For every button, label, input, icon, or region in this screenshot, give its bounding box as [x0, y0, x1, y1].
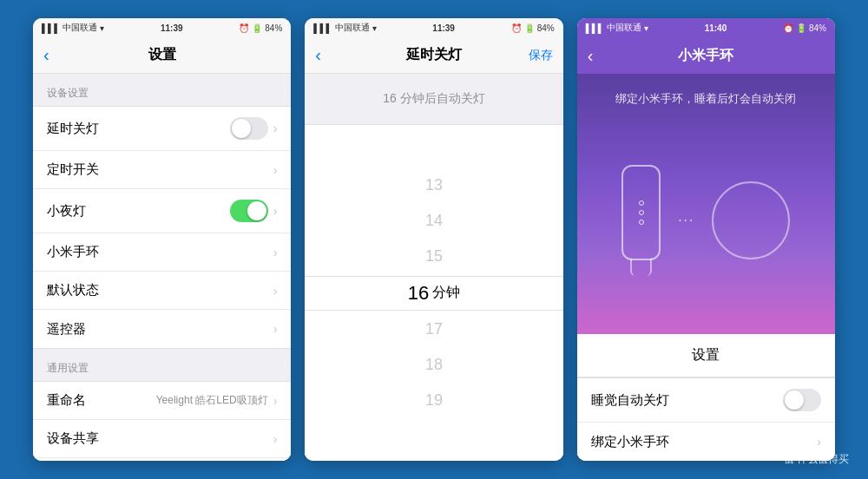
battery-pct-2: 84%: [537, 23, 555, 33]
wifi-icon-2: ▾: [372, 23, 377, 33]
alarm-icon-3: ⏰: [783, 23, 793, 33]
light-device: [712, 181, 790, 259]
toggle-nightlight[interactable]: [230, 200, 268, 222]
carrier-3: 中国联通: [607, 22, 641, 34]
chevron-icon: ›: [273, 284, 278, 298]
list-item[interactable]: 设备共享 ›: [33, 420, 291, 458]
list-item[interactable]: 小米手环 ›: [33, 233, 291, 272]
watermark: 值·什么值得买: [784, 452, 849, 467]
back-button-1[interactable]: ‹: [43, 45, 49, 65]
phone-miband: ▌▌▌ 中国联通 ▾ 11:40 ⏰ 🔋 84% ‹ 小米手环 绑定小米手环，睡…: [577, 18, 835, 461]
chevron-icon: ›: [273, 322, 278, 336]
list-item[interactable]: 检查固件升级 ›: [33, 458, 291, 461]
nav-bar-3: ‹ 小米手环: [577, 37, 835, 74]
status-bar-1: ▌▌▌ 中国联通 ▾ 11:39 ⏰ 🔋 84%: [33, 18, 291, 37]
chevron-icon: ›: [273, 121, 278, 135]
nav-bar-2: ‹ 延时关灯 保存: [305, 37, 562, 74]
chevron-icon: ›: [273, 432, 278, 446]
picker-unit: 分钟: [432, 284, 460, 302]
list-item[interactable]: 遥控器 ›: [33, 310, 291, 348]
miband-screen: 绑定小米手环，睡着后灯会自动关闭 ···: [577, 74, 835, 461]
chevron-icon: ›: [273, 246, 278, 259]
chevron-icon: ›: [817, 435, 821, 449]
picker-item[interactable]: 14: [305, 203, 562, 239]
battery-pct-3: 84%: [809, 23, 826, 33]
carrier-1: 中国联通: [62, 22, 97, 34]
back-button-2[interactable]: ‹: [315, 45, 321, 65]
status-bar-3: ▌▌▌ 中国联通 ▾ 11:40 ⏰ 🔋 84%: [577, 18, 835, 37]
status-bar-2: ▌▌▌ 中国联通 ▾ 11:39 ⏰ 🔋 84%: [305, 18, 562, 37]
chevron-icon: ›: [273, 204, 278, 218]
battery-icon-2: 🔋: [524, 23, 535, 33]
carrier-2: 中国联通: [335, 22, 370, 34]
dots-separator: ···: [678, 213, 694, 228]
list-item[interactable]: 默认状态 ›: [33, 272, 291, 310]
list-item[interactable]: 定时开关 ›: [33, 151, 291, 189]
picker-item[interactable]: 13: [305, 167, 562, 203]
settings-group-device: 延时关灯 › 定时开关 › 小夜灯: [33, 106, 291, 349]
settings-group-general: 重命名 Yeelight 皓石LED吸顶灯 › 设备共享 › 检查固件升级: [33, 381, 291, 461]
miband-band-icon: [621, 165, 661, 276]
list-item[interactable]: 睡觉自动关灯: [577, 378, 835, 423]
signal-icon-3: ▌▌▌: [586, 23, 604, 33]
miband-header: 绑定小米手环，睡着后灯会自动关闭 ···: [577, 74, 835, 334]
picker-container[interactable]: 13 14 15 16 分钟 17 18 19: [305, 125, 562, 461]
nav-title-3: 小米手环: [678, 47, 733, 65]
band-dot-3: [639, 220, 644, 225]
battery-icon-3: 🔋: [796, 23, 806, 33]
picker-item[interactable]: 18: [305, 347, 562, 383]
band-device: [621, 165, 661, 260]
section-header-general: 通用设置: [33, 349, 291, 381]
list-item[interactable]: 延时关灯 ›: [33, 107, 291, 151]
miband-settings-title: 设置: [577, 334, 835, 377]
time-2: 11:39: [432, 23, 455, 33]
wifi-icon-1: ▾: [100, 23, 104, 33]
miband-description: 绑定小米手环，睡着后灯会自动关闭: [615, 91, 796, 107]
settings-list-1: 设备设置 延时关灯 › 定时开关 ›: [33, 74, 291, 461]
signal-icon-1: ▌▌▌: [42, 23, 60, 33]
toggle-delay-light[interactable]: [230, 117, 268, 140]
picker-item[interactable]: 17: [305, 312, 562, 347]
miband-settings-group: 睡觉自动关灯 绑定小米手环 ›: [577, 377, 835, 461]
picker-item-selected[interactable]: 16 分钟: [305, 275, 562, 312]
time-3: 11:40: [705, 23, 727, 33]
picker-items: 13 14 15 16 分钟 17 18 19: [305, 167, 562, 418]
battery-icon-1: 🔋: [252, 23, 262, 33]
toggle-sleep-light[interactable]: [783, 389, 821, 411]
picker-item[interactable]: 19: [305, 383, 562, 418]
nav-title-1: 设置: [148, 46, 176, 64]
alarm-icon-2: ⏰: [511, 23, 522, 33]
picker-value-selected: 16: [408, 282, 429, 305]
nav-bar-1: ‹ 设置: [33, 37, 291, 74]
miband-settings-panel: 设置 睡觉自动关灯 绑定小米手环: [577, 334, 835, 461]
save-button[interactable]: 保存: [529, 48, 553, 63]
band-dot-2: [639, 210, 644, 215]
picker-screen: 16 分钟后自动关灯 13 14 15 16 分钟 17 18 19: [305, 74, 562, 461]
miband-devices: ···: [621, 133, 790, 308]
band-strap-bottom: [630, 259, 652, 276]
band-dot-1: [639, 200, 644, 206]
picker-label: 16 分钟后自动关灯: [305, 74, 562, 124]
wifi-icon-3: ▾: [644, 23, 648, 33]
list-item[interactable]: 小夜灯 ›: [33, 189, 291, 233]
picker-item[interactable]: 15: [305, 239, 562, 274]
battery-pct-1: 84%: [265, 23, 282, 33]
nav-title-2: 延时关灯: [406, 46, 462, 64]
signal-icon-2: ▌▌▌: [313, 23, 332, 33]
alarm-icon-1: ⏰: [239, 23, 249, 33]
list-item[interactable]: 重命名 Yeelight 皓石LED吸顶灯 ›: [33, 382, 291, 420]
phone-timer: ▌▌▌ 中国联通 ▾ 11:39 ⏰ 🔋 84% ‹ 延时关灯 保存 16 分钟…: [305, 18, 562, 461]
time-1: 11:39: [161, 23, 183, 33]
chevron-icon: ›: [273, 394, 278, 408]
section-header-device: 设备设置: [33, 74, 291, 106]
back-button-3[interactable]: ‹: [588, 46, 594, 66]
phone-settings: ▌▌▌ 中国联通 ▾ 11:39 ⏰ 🔋 84% ‹ 设置 设备设置 延时关灯: [33, 18, 291, 461]
rename-value: Yeelight 皓石LED吸顶灯: [156, 393, 268, 408]
chevron-icon: ›: [273, 163, 278, 177]
